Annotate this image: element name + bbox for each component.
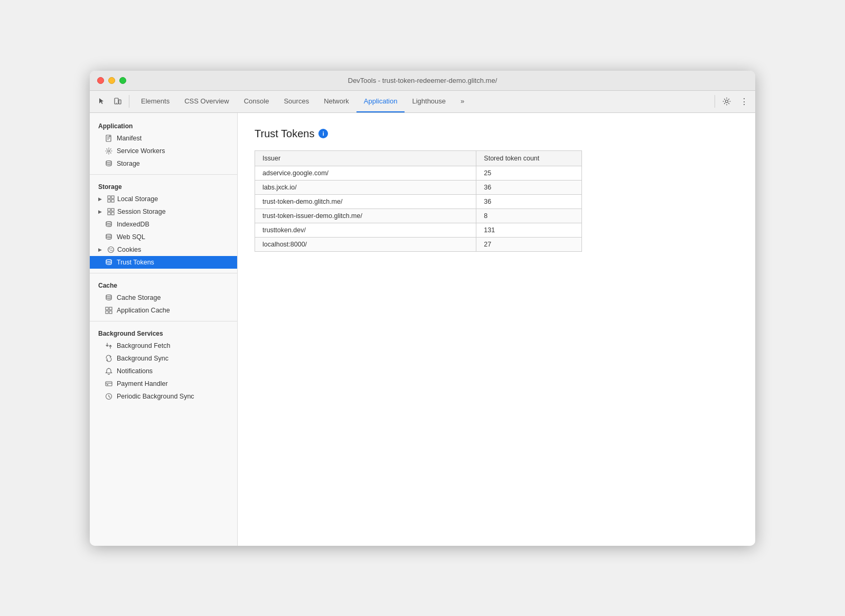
grid-icon-session	[107, 208, 115, 215]
sidebar-item-label-periodic-bg-sync: Periodic Background Sync	[117, 393, 194, 400]
cell-count: 36	[476, 194, 582, 209]
svg-rect-14	[108, 209, 110, 211]
svg-rect-11	[111, 196, 114, 198]
device-toggle-button[interactable]	[110, 94, 125, 109]
tab-sources[interactable]: Sources	[276, 91, 316, 112]
sidebar-item-local-storage[interactable]: ▶ Local Storage	[90, 193, 237, 205]
table-row[interactable]: localhost:8000/27	[255, 237, 582, 251]
tab-network[interactable]: Network	[316, 91, 356, 112]
document-icon	[105, 135, 113, 142]
trust-tokens-table: Issuer Stored token count adservice.goog…	[255, 150, 582, 252]
toolbar-tabs: Elements CSS Overview Console Sources Ne…	[134, 91, 710, 112]
sidebar-item-cookies[interactable]: ▶ Cookies	[90, 243, 237, 256]
sidebar-item-cache-storage[interactable]: Cache Storage	[90, 291, 237, 304]
chevron-right-icon: ▶	[98, 196, 105, 202]
svg-point-22	[111, 248, 112, 249]
sidebar-item-indexeddb[interactable]: IndexedDB	[90, 218, 237, 231]
section-label-application: Application	[90, 118, 237, 132]
svg-point-21	[109, 248, 110, 249]
sidebar-item-service-workers[interactable]: Service Workers	[90, 145, 237, 157]
device-icon	[113, 97, 121, 106]
divider-2	[90, 273, 237, 273]
sidebar-item-background-sync[interactable]: Background Sync	[90, 352, 237, 365]
sidebar-item-application-cache[interactable]: Application Cache	[90, 304, 237, 317]
cell-issuer: localhost:8000/	[255, 237, 476, 251]
minimize-button[interactable]	[108, 77, 115, 84]
table-row[interactable]: adservice.google.com/25	[255, 166, 582, 180]
database-icon-cache	[105, 294, 113, 301]
main-content: Application Manifest	[90, 113, 755, 546]
tab-console[interactable]: Console	[237, 91, 277, 112]
sidebar-item-payment-handler[interactable]: Payment Handler	[90, 377, 237, 390]
sidebar: Application Manifest	[90, 113, 238, 546]
svg-point-31	[108, 368, 109, 369]
sidebar-item-label-indexeddb: IndexedDB	[117, 221, 149, 228]
database-icon-trust	[105, 259, 113, 266]
svg-rect-17	[111, 212, 114, 215]
more-options-button[interactable]: ⋮	[736, 94, 751, 109]
sidebar-item-label-web-sql: Web SQL	[117, 233, 145, 241]
database-icon	[105, 160, 113, 167]
svg-rect-28	[109, 307, 112, 310]
grid-icon-local	[107, 195, 115, 203]
sidebar-item-label-cookies: Cookies	[117, 246, 141, 253]
sync-icon	[105, 355, 113, 362]
sidebar-item-background-fetch[interactable]: Background Fetch	[90, 339, 237, 352]
title-bar: DevTools - trust-token-redeemer-demo.gli…	[90, 71, 755, 91]
sidebar-item-session-storage[interactable]: ▶ Session Storage	[90, 205, 237, 218]
svg-point-3	[726, 100, 728, 103]
table-header-row: Issuer Stored token count	[255, 150, 582, 166]
credit-card-icon	[105, 380, 113, 387]
svg-point-18	[106, 221, 111, 223]
svg-rect-10	[108, 196, 110, 198]
svg-point-25	[106, 259, 111, 261]
tab-css-overview[interactable]: CSS Overview	[177, 91, 237, 112]
sidebar-item-periodic-bg-sync[interactable]: Periodic Background Sync	[90, 390, 237, 403]
cell-count: 8	[476, 209, 582, 223]
cell-count: 36	[476, 180, 582, 194]
table-row[interactable]: trusttoken.dev/131	[255, 223, 582, 237]
cell-count: 131	[476, 223, 582, 237]
cell-issuer: trust-token-demo.glitch.me/	[255, 194, 476, 209]
sidebar-item-web-sql[interactable]: Web SQL	[90, 231, 237, 243]
gear-icon	[105, 147, 113, 155]
sidebar-item-label-application-cache: Application Cache	[117, 307, 170, 314]
svg-rect-29	[106, 311, 108, 314]
svg-rect-1	[119, 100, 121, 104]
svg-point-2	[116, 103, 117, 104]
chevron-right-icon-3: ▶	[98, 247, 105, 252]
cursor-tool-button[interactable]	[94, 94, 109, 109]
svg-rect-34	[107, 384, 108, 385]
sidebar-item-label-cache-storage: Cache Storage	[117, 294, 161, 301]
section-label-storage: Storage	[90, 179, 237, 193]
close-button[interactable]	[97, 77, 104, 84]
sidebar-item-label-trust-tokens: Trust Tokens	[117, 259, 154, 266]
table-row[interactable]: trust-token-issuer-demo.glitch.me/8	[255, 209, 582, 223]
info-icon[interactable]: i	[318, 129, 328, 138]
sidebar-item-storage-app[interactable]: Storage	[90, 157, 237, 170]
cell-issuer: labs.jxck.io/	[255, 180, 476, 194]
cell-count: 27	[476, 237, 582, 251]
settings-button[interactable]	[719, 94, 734, 109]
svg-rect-13	[111, 200, 114, 202]
grid-icon-appcache	[105, 307, 113, 314]
tab-application[interactable]: Application	[356, 91, 405, 112]
svg-rect-12	[108, 200, 110, 202]
table-row[interactable]: trust-token-demo.glitch.me/36	[255, 194, 582, 209]
svg-point-24	[111, 250, 112, 251]
cell-issuer: trust-token-issuer-demo.glitch.me/	[255, 209, 476, 223]
section-label-bg-services: Background Services	[90, 326, 237, 339]
tab-more[interactable]: »	[453, 91, 472, 112]
cell-issuer: adservice.google.com/	[255, 166, 476, 180]
maximize-button[interactable]	[119, 77, 126, 84]
column-header-issuer: Issuer	[255, 150, 476, 166]
content-panel: Trust Tokens i Issuer Stored token count…	[238, 113, 755, 546]
bell-icon	[105, 367, 113, 375]
sidebar-item-trust-tokens[interactable]: Trust Tokens	[90, 256, 237, 269]
sidebar-item-notifications[interactable]: Notifications	[90, 365, 237, 377]
tab-lighthouse[interactable]: Lighthouse	[405, 91, 453, 112]
tab-elements[interactable]: Elements	[134, 91, 177, 112]
toolbar-right: ⋮	[719, 94, 751, 109]
sidebar-item-manifest[interactable]: Manifest	[90, 132, 237, 145]
table-row[interactable]: labs.jxck.io/36	[255, 180, 582, 194]
